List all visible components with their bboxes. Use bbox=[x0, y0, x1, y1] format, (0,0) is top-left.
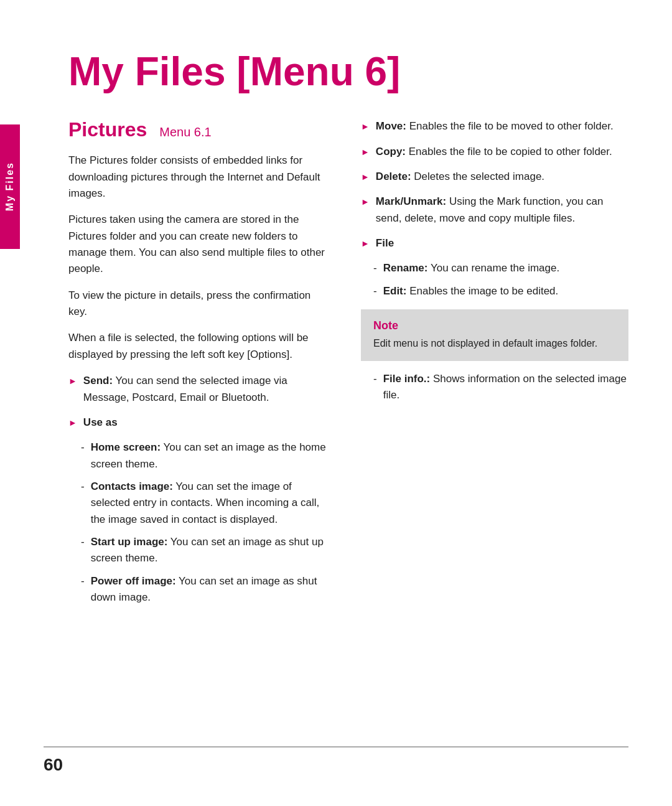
contacts-image-content: Contacts image: You can set the image of… bbox=[91, 479, 330, 528]
mark-unmark-term: Mark/Unmark: bbox=[376, 195, 446, 207]
file-info-term: File info.: bbox=[383, 373, 431, 385]
sub-rename: - Rename: You can rename the image. bbox=[361, 260, 628, 276]
intro-para-1: The Pictures folder consists of embedded… bbox=[68, 152, 330, 202]
page-title: My Files [Menu 6] bbox=[68, 50, 628, 93]
bullet-move: ► Move: Enables the file to be moved to … bbox=[361, 118, 628, 134]
sub-file-info: - File info.: Shows information on the s… bbox=[361, 371, 628, 404]
poweroff-image-content: Power off image: You can set an image as… bbox=[91, 573, 330, 606]
bullet-arrow-mark: ► bbox=[361, 195, 370, 209]
dash-file-info: - bbox=[373, 371, 377, 387]
bullet-content-send: Send: You can send the selected image vi… bbox=[83, 373, 330, 406]
home-screen-term: Home screen: bbox=[91, 441, 161, 453]
sub-startup-image: - Start up image: You can set an image a… bbox=[68, 534, 330, 567]
sub-edit: - Edit: Enables the image to be edited. bbox=[361, 283, 628, 299]
side-tab: My Files bbox=[0, 124, 20, 249]
dash-home: - bbox=[81, 439, 85, 456]
intro-para-3: To view the picture in details, press th… bbox=[68, 288, 330, 321]
sub-home-screen: - Home screen: You can set an image as t… bbox=[68, 439, 330, 472]
note-box: Note Edit menu is not displayed in defau… bbox=[361, 309, 628, 361]
dash-contacts: - bbox=[81, 479, 85, 495]
dash-edit: - bbox=[373, 283, 377, 299]
use-as-term: Use as bbox=[83, 416, 118, 428]
edit-text: Enables the image to be edited. bbox=[406, 285, 558, 297]
contacts-image-term: Contacts image: bbox=[91, 480, 173, 492]
note-text: Edit menu is not displayed in default im… bbox=[373, 336, 616, 351]
copy-term: Copy: bbox=[376, 146, 406, 157]
bullet-content-copy: Copy: Enables the file to be copied to o… bbox=[376, 144, 628, 160]
bullet-arrow-copy: ► bbox=[361, 146, 370, 159]
right-column: ► Move: Enables the file to be moved to … bbox=[361, 118, 628, 612]
home-screen-content: Home screen: You can set an image as the… bbox=[91, 439, 330, 472]
bullet-arrow-move: ► bbox=[361, 120, 370, 134]
file-term: File bbox=[376, 237, 394, 249]
left-column: Pictures Menu 6.1 The Pictures folder co… bbox=[68, 118, 330, 612]
intro-para-2: Pictures taken using the camera are stor… bbox=[68, 212, 330, 277]
move-text: Enables the file to be moved to other fo… bbox=[406, 120, 614, 132]
bullet-send: ► Send: You can send the selected image … bbox=[68, 373, 330, 406]
intro-para-4: When a file is selected, the following o… bbox=[68, 330, 330, 363]
copy-text: Enables the file to be copied to other f… bbox=[406, 146, 612, 157]
startup-image-term: Start up image: bbox=[91, 536, 168, 548]
rename-text: You can rename the image. bbox=[427, 262, 559, 274]
delete-term: Delete: bbox=[376, 171, 411, 182]
bullet-file: ► File bbox=[361, 235, 628, 251]
bullet-mark-unmark: ► Mark/Unmark: Using the Mark function, … bbox=[361, 194, 628, 227]
menu-number: Menu 6.1 bbox=[159, 125, 211, 139]
bullet-arrow-send: ► bbox=[68, 375, 77, 388]
note-title: Note bbox=[373, 319, 616, 332]
dash-startup: - bbox=[81, 534, 85, 550]
bullet-use-as: ► Use as bbox=[68, 415, 330, 431]
bullet-content-file: File bbox=[376, 235, 628, 251]
bullet-arrow-use-as: ► bbox=[68, 416, 77, 430]
bullet-content-delete: Delete: Deletes the selected image. bbox=[376, 169, 628, 185]
send-text: You can send the selected image via Mess… bbox=[83, 375, 287, 403]
send-term: Send: bbox=[83, 375, 113, 387]
startup-image-content: Start up image: You can set an image as … bbox=[91, 534, 330, 567]
page-container: My Files My Files [Menu 6] Pictures Menu… bbox=[0, 0, 672, 806]
bullet-content-mark: Mark/Unmark: Using the Mark function, yo… bbox=[376, 194, 628, 227]
rename-content: Rename: You can rename the image. bbox=[383, 260, 560, 276]
file-info-content: File info.: Shows information on the sel… bbox=[383, 371, 628, 404]
poweroff-image-term: Power off image: bbox=[91, 575, 176, 587]
bullet-content-move: Move: Enables the file to be moved to ot… bbox=[376, 118, 628, 134]
edit-term: Edit: bbox=[383, 285, 407, 297]
content-area: Pictures Menu 6.1 The Pictures folder co… bbox=[68, 118, 628, 612]
bullet-arrow-delete: ► bbox=[361, 171, 370, 184]
section-title: Pictures bbox=[68, 118, 147, 141]
bullet-copy: ► Copy: Enables the file to be copied to… bbox=[361, 144, 628, 160]
sub-contacts-image: - Contacts image: You can set the image … bbox=[68, 479, 330, 528]
bullet-delete: ► Delete: Deletes the selected image. bbox=[361, 169, 628, 185]
delete-text: Deletes the selected image. bbox=[411, 171, 545, 182]
dash-rename: - bbox=[373, 260, 377, 276]
page-number: 60 bbox=[44, 755, 63, 774]
sub-poweroff-image: - Power off image: You can set an image … bbox=[68, 573, 330, 606]
section-heading: Pictures Menu 6.1 bbox=[68, 118, 330, 141]
dash-poweroff: - bbox=[81, 573, 85, 589]
bullet-arrow-file: ► bbox=[361, 237, 370, 251]
side-tab-label: My Files bbox=[4, 162, 16, 211]
page-footer: 60 bbox=[44, 746, 628, 775]
edit-content: Edit: Enables the image to be edited. bbox=[383, 283, 559, 299]
move-term: Move: bbox=[376, 120, 406, 132]
rename-term: Rename: bbox=[383, 262, 428, 274]
bullet-content-use-as: Use as bbox=[83, 415, 330, 431]
